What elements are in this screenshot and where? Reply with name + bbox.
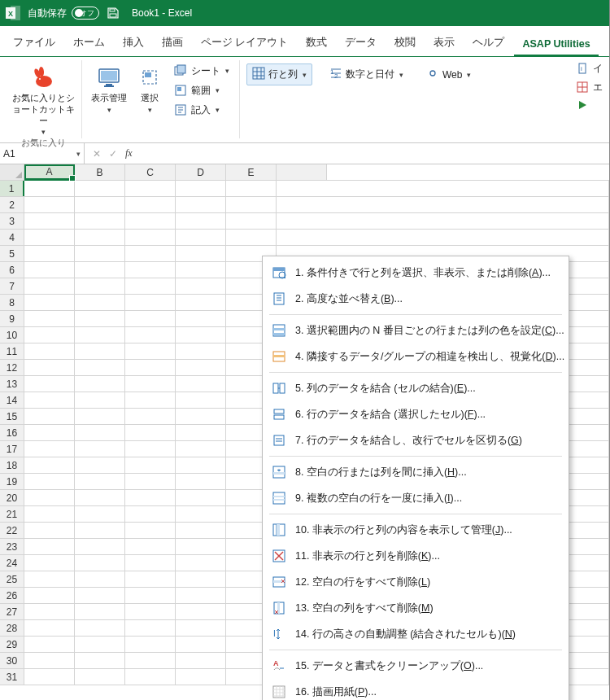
cell[interactable] — [75, 620, 125, 636]
column-header[interactable]: D — [176, 164, 226, 180]
name-box[interactable]: A1 ▾ — [0, 143, 85, 164]
cell[interactable] — [24, 506, 75, 522]
numdate-menu[interactable]: 12 数字と日付▾ — [324, 63, 409, 85]
row-header[interactable]: 14 — [0, 392, 24, 408]
tab-ファイル[interactable]: ファイル — [5, 31, 63, 56]
row-header[interactable]: 12 — [0, 360, 24, 375]
tab-ASAP Utilities[interactable]: ASAP Utilities — [514, 33, 598, 56]
confirm-icon[interactable]: ✓ — [106, 148, 120, 160]
cell[interactable] — [176, 474, 226, 489]
cell[interactable] — [176, 392, 226, 408]
cell[interactable] — [24, 360, 75, 375]
tab-描画[interactable]: 描画 — [154, 31, 191, 56]
cell[interactable] — [125, 620, 176, 636]
cell[interactable] — [75, 246, 125, 261]
menu-item[interactable]: 3. 選択範囲内の N 番目ごとの行または列の色を設定(C)... — [263, 317, 569, 343]
cell[interactable] — [75, 213, 125, 229]
cell[interactable] — [75, 197, 125, 212]
row-header[interactable]: 1 — [0, 181, 24, 196]
cell[interactable] — [226, 230, 277, 245]
row-header[interactable]: 31 — [0, 669, 24, 685]
cell[interactable] — [125, 246, 176, 261]
cell[interactable] — [125, 474, 176, 489]
row-header[interactable]: 19 — [0, 474, 24, 489]
cell[interactable] — [75, 262, 125, 278]
cell[interactable] — [125, 425, 176, 440]
cell[interactable] — [24, 474, 75, 489]
row-header[interactable]: 23 — [0, 539, 24, 554]
row-header[interactable]: 21 — [0, 506, 24, 522]
cell[interactable] — [176, 360, 226, 375]
tab-挿入[interactable]: 挿入 — [115, 31, 152, 56]
cell[interactable] — [24, 457, 75, 473]
menu-item[interactable]: 7. 行のデータを結合し、改行でセルを区切る(G) — [263, 427, 569, 453]
cell[interactable] — [75, 604, 125, 619]
cell[interactable] — [125, 392, 176, 408]
row-header[interactable]: 6 — [0, 262, 24, 278]
cell[interactable] — [75, 392, 125, 408]
cancel-icon[interactable]: ✕ — [89, 148, 104, 160]
cell[interactable] — [176, 539, 226, 554]
cell[interactable] — [176, 571, 226, 587]
cell[interactable] — [75, 441, 125, 457]
cell[interactable] — [24, 230, 75, 245]
cell[interactable] — [75, 360, 125, 375]
row-header[interactable]: 4 — [0, 230, 24, 245]
menu-item[interactable]: 2. 高度な並べ替え(B)... — [263, 286, 569, 312]
cell[interactable] — [176, 555, 226, 571]
menu-item[interactable]: 12. 空白の行をすべて削除(L) — [263, 569, 569, 595]
cell[interactable] — [24, 620, 75, 636]
cell[interactable] — [24, 539, 75, 554]
cell[interactable] — [176, 653, 226, 668]
cell[interactable] — [176, 490, 226, 505]
cell[interactable] — [24, 523, 75, 538]
cell[interactable] — [24, 181, 75, 196]
cell[interactable] — [75, 311, 125, 326]
cell[interactable] — [125, 262, 176, 278]
tab-ページ レイアウト[interactable]: ページ レイアウト — [193, 31, 296, 56]
cell[interactable] — [125, 523, 176, 538]
tab-校閲[interactable]: 校閲 — [386, 31, 424, 56]
cell[interactable] — [176, 604, 226, 619]
menu-item[interactable]: I14. 行の高さの自動調整 (結合されたセルも)(N) — [263, 621, 569, 647]
cell[interactable] — [125, 376, 176, 392]
cell[interactable] — [125, 343, 176, 359]
info-button[interactable]: iイ — [577, 62, 603, 76]
cell[interactable] — [176, 376, 226, 392]
cell[interactable] — [277, 213, 609, 229]
cell[interactable] — [125, 457, 176, 473]
cell[interactable] — [176, 230, 226, 245]
menu-item[interactable]: A15. データと書式をクリーンアップ(O)... — [263, 653, 569, 679]
cell[interactable] — [24, 409, 75, 424]
row-header[interactable]: 11 — [0, 343, 24, 359]
cell[interactable] — [125, 327, 176, 343]
row-header[interactable]: 22 — [0, 523, 24, 538]
run-button[interactable] — [577, 99, 603, 112]
row-header[interactable]: 30 — [0, 653, 24, 668]
cell[interactable] — [24, 376, 75, 392]
cell[interactable] — [277, 181, 609, 196]
vision-button[interactable]: 表示管理 ▾ — [89, 60, 129, 119]
cell[interactable] — [125, 213, 176, 229]
cell[interactable] — [24, 246, 75, 261]
cell[interactable] — [24, 490, 75, 505]
tab-ホーム[interactable]: ホーム — [65, 31, 113, 56]
cell[interactable] — [75, 571, 125, 587]
menu-item[interactable]: 1. 条件付きで行と列を選択、非表示、または削除(A)... — [263, 260, 569, 286]
cell[interactable] — [176, 425, 226, 440]
cell[interactable] — [75, 669, 125, 685]
row-header[interactable]: 29 — [0, 637, 24, 652]
cell[interactable] — [125, 539, 176, 554]
menu-item[interactable]: 6. 行のデータを結合 (選択したセル)(F)... — [263, 401, 569, 427]
rows-cols-menu[interactable]: 行と列▾ — [246, 63, 312, 85]
cell[interactable] — [75, 588, 125, 603]
cell[interactable] — [125, 181, 176, 196]
cell[interactable] — [75, 181, 125, 196]
cell[interactable] — [24, 197, 75, 212]
cell[interactable] — [75, 474, 125, 489]
menu-item[interactable]: 10. 非表示の行と列の内容を表示して管理(J)... — [263, 517, 569, 543]
favorites-button[interactable]: お気に入りとショートカットキー ▾ — [11, 60, 75, 138]
menu-item[interactable]: 13. 空白の列をすべて削除(M) — [263, 595, 569, 621]
cell[interactable] — [176, 637, 226, 652]
cell[interactable] — [277, 197, 609, 212]
